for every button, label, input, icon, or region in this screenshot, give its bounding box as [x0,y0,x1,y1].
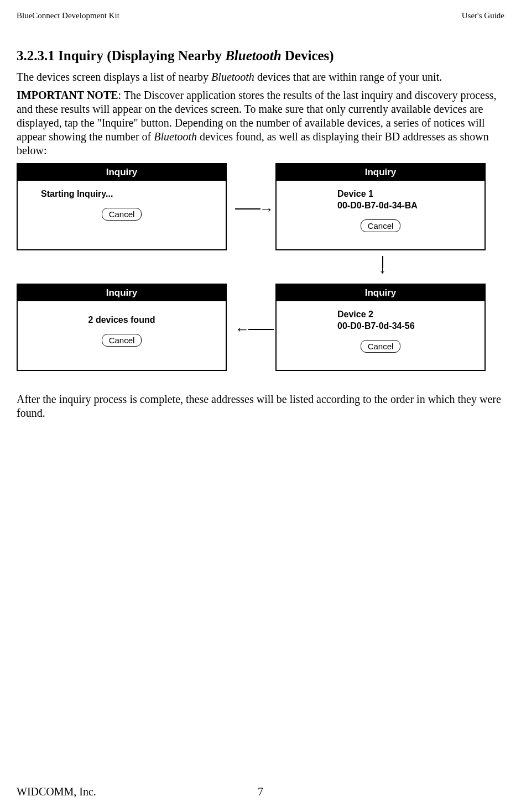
header-right: User's Guide [462,11,504,20]
page-header: BlueConnect Development Kit User's Guide [17,11,504,20]
important-note-label: IMPORTANT NOTE [17,89,118,101]
arrow-head: → [259,202,274,216]
inquiry-screen-devices-found: Inquiry 2 devices found Cancel [17,284,227,371]
device-1-label: Device 1 [337,188,418,200]
arrow-left-icon: ← [235,322,274,337]
p1-after: devices that are within range of your un… [254,71,442,83]
device-2-address: 00-D0-B7-0d-34-56 [337,321,415,332]
paragraph-2: IMPORTANT NOTE: The Discover application… [17,88,504,158]
arrow-shaft [248,329,274,330]
screen-body: Starting Inquiry... Cancel [18,181,226,249]
arrow-down-icon: ↓ [379,256,386,271]
device-info-block: Device 2 00-D0-B7-0d-34-56 [337,309,415,332]
arrow-head: ↓ [379,266,386,271]
paragraph-3: After the inquiry process is complete, t… [17,392,504,420]
arrow-shaft [235,208,260,209]
screen-titlebar: Inquiry [277,285,484,301]
screen-titlebar: Inquiry [18,285,226,301]
heading-italic: Bluetooth [225,48,281,63]
p2-italic: Bluetooth [154,130,197,143]
screen-titlebar: Inquiry [18,164,226,181]
inquiry-screen-device1: Inquiry Device 1 00-D0-B7-0d-34-BA Cance… [275,163,486,250]
starting-inquiry-text: Starting Inquiry... [41,188,113,200]
screen-body: 2 devices found Cancel [18,301,226,370]
p1-before: The devices screen displays a list of ne… [17,71,211,83]
section-heading: 3.2.3.1 Inquiry (Displaying Nearby Bluet… [17,48,504,64]
inquiry-screen-device2: Inquiry Device 2 00-D0-B7-0d-34-56 Cance… [275,284,486,371]
screens-diagram: Inquiry Starting Inquiry... Cancel → Inq… [17,163,503,379]
cancel-button[interactable]: Cancel [361,340,401,353]
screen-body: Device 1 00-D0-B7-0d-34-BA Cancel [277,181,484,249]
heading-before-italic: Inquiry (Displaying Nearby [55,48,225,63]
arrow-right-icon: → [235,202,274,216]
heading-after-italic: Devices) [282,48,334,63]
screen-titlebar: Inquiry [277,164,484,181]
screen-body: Device 2 00-D0-B7-0d-34-56 Cancel [277,301,484,370]
paragraph-1: The devices screen displays a list of ne… [17,70,504,84]
inquiry-screen-starting: Inquiry Starting Inquiry... Cancel [17,163,227,250]
device-1-address: 00-D0-B7-0d-34-BA [337,200,418,212]
cancel-button[interactable]: Cancel [102,334,142,347]
arrow-head: ← [235,322,249,337]
footer-page-number: 7 [258,785,263,798]
header-left: BlueConnect Development Kit [17,11,119,20]
p1-italic: Bluetooth [211,71,254,83]
device-info-block: Device 1 00-D0-B7-0d-34-BA [337,188,418,212]
device-2-label: Device 2 [337,309,415,321]
section-number: 3.2.3.1 [17,48,55,63]
devices-found-text: 2 devices found [88,315,155,326]
footer-company: WIDCOMM, Inc. [17,785,96,798]
cancel-button[interactable]: Cancel [361,219,401,232]
page-footer: WIDCOMM, Inc. 7 [17,785,504,798]
cancel-button[interactable]: Cancel [102,208,142,221]
